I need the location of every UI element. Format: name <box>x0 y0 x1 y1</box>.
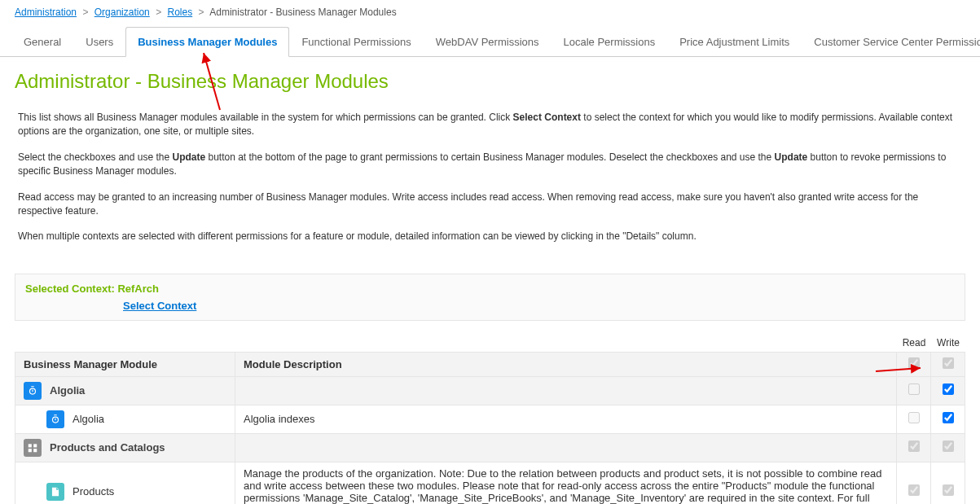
tab-customer-service-center-permissions[interactable]: Customer Service Center Permissions <box>802 27 980 57</box>
intro-p1b: Select Context <box>513 112 581 123</box>
breadcrumb-current: Administrator - Business Manager Modules <box>209 7 396 18</box>
context-value: RefArch <box>117 283 159 295</box>
breadcrumb-sep: > <box>156 7 161 18</box>
select-context-link[interactable]: Select Context <box>123 300 955 312</box>
svg-rect-3 <box>33 449 37 452</box>
read-checkbox[interactable] <box>908 484 920 496</box>
module-name: Products and Catalogs <box>50 441 165 454</box>
perm-column-headers: Read Write <box>0 334 980 352</box>
module-name: Algolia <box>73 413 104 425</box>
stopwatch-icon <box>46 410 64 428</box>
svg-rect-2 <box>29 449 32 452</box>
read-checkbox[interactable] <box>908 412 920 423</box>
intro-p2a: Select the checkboxes and use the <box>18 151 172 163</box>
stopwatch-icon <box>24 382 42 400</box>
tab-general[interactable]: General <box>11 27 73 57</box>
intro-p2c: button at the bottom of the page to gran… <box>205 151 774 163</box>
table-row: Products and Catalogs <box>15 433 965 462</box>
svg-rect-1 <box>33 444 37 447</box>
tab-users[interactable]: Users <box>73 27 125 57</box>
breadcrumb-organization[interactable]: Organization <box>94 7 150 18</box>
table-row: ProductsManage the products of the organ… <box>15 462 965 504</box>
module-description <box>235 376 897 405</box>
write-checkbox[interactable] <box>943 383 954 395</box>
breadcrumb: Administration > Organization > Roles > … <box>0 0 980 23</box>
read-checkbox[interactable] <box>908 440 920 452</box>
intro-text: This list shows all Business Manager mod… <box>0 107 980 265</box>
write-all-checkbox[interactable] <box>943 357 954 369</box>
intro-p1a: This list shows all Business Manager mod… <box>18 112 513 123</box>
write-checkbox[interactable] <box>943 412 954 423</box>
read-header: Read <box>897 337 931 348</box>
module-description: Manage the products of the organization.… <box>235 462 897 504</box>
page-title: Administrator - Business Manager Modules <box>0 57 980 107</box>
breadcrumb-roles[interactable]: Roles <box>167 7 192 18</box>
selected-context-box: Selected Context: RefArch Select Context <box>15 274 965 321</box>
write-checkbox[interactable] <box>943 484 954 496</box>
table-row: AlgoliaAlgolia indexes <box>15 405 965 433</box>
tab-functional-permissions[interactable]: Functional Permissions <box>289 27 423 57</box>
context-label-text: Selected Context: <box>25 283 117 295</box>
col-header-module: Business Manager Module <box>15 352 235 376</box>
module-description <box>235 433 897 462</box>
svg-rect-0 <box>29 444 32 447</box>
intro-p2b: Update <box>172 151 205 163</box>
breadcrumb-sep: > <box>199 7 204 18</box>
intro-p4: When multiple contexts are selected with… <box>18 230 962 243</box>
tab-webdav-permissions[interactable]: WebDAV Permissions <box>424 27 552 57</box>
selected-context-label: Selected Context: RefArch <box>25 283 159 295</box>
read-checkbox[interactable] <box>908 383 920 395</box>
write-header: Write <box>931 337 965 348</box>
col-header-write-all <box>931 352 965 376</box>
tab-price-adjustment-limits[interactable]: Price Adjustment Limits <box>667 27 802 57</box>
table-row: Algolia <box>15 376 965 405</box>
col-header-read-all <box>897 352 931 376</box>
module-description: Algolia indexes <box>235 405 897 433</box>
intro-p2d: Update <box>775 151 808 163</box>
tab-bar: GeneralUsersBusiness Manager ModulesFunc… <box>0 26 980 57</box>
module-name: Products <box>73 485 114 497</box>
module-name: Algolia <box>50 384 85 397</box>
catalog-icon <box>24 439 42 457</box>
breadcrumb-admin[interactable]: Administration <box>15 7 77 18</box>
read-all-checkbox[interactable] <box>908 357 920 369</box>
col-header-desc: Module Description <box>235 352 897 376</box>
tab-business-manager-modules[interactable]: Business Manager Modules <box>125 27 289 57</box>
breadcrumb-sep: > <box>82 7 88 18</box>
write-checkbox[interactable] <box>943 440 954 452</box>
permissions-table: Business Manager Module Module Descripti… <box>15 352 965 504</box>
tab-locale-permissions[interactable]: Locale Permissions <box>551 27 667 57</box>
product-icon <box>46 483 64 501</box>
intro-p3: Read access may be granted to an increas… <box>18 191 962 219</box>
